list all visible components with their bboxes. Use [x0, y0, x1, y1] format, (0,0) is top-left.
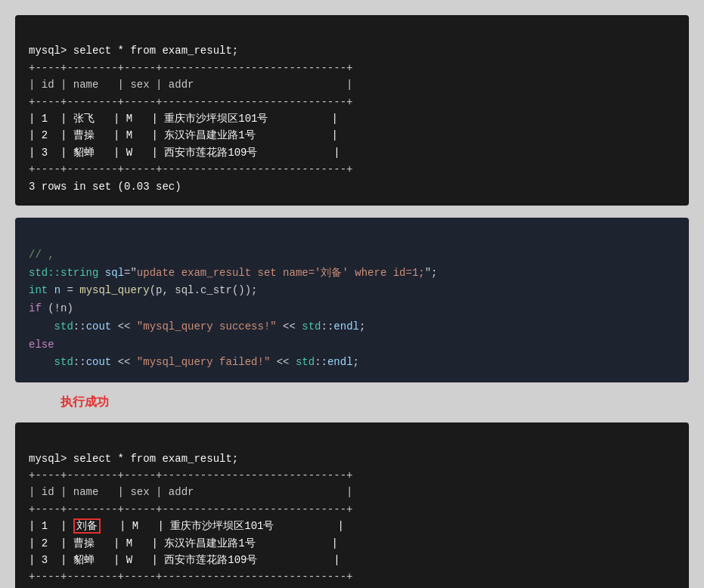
code-block: // , std::string sql="update exam_result… — [15, 218, 689, 382]
code-line1: std::string sql="update exam_result set … — [29, 267, 438, 279]
code-line6: std::cout << "mysql_query failed!" << st… — [29, 356, 359, 368]
terminal1-row3: | 3 | 貂蝉 | W | 西安市莲花路109号 | — [29, 147, 340, 159]
terminal1-row1: | 1 | 张飞 | M | 重庆市沙坪坝区101号 | — [29, 113, 338, 125]
terminal-block-1: mysql> select * from exam_result; +----+… — [15, 15, 689, 206]
terminal1-rowcount: 3 rows in set (0.03 sec) — [29, 181, 181, 193]
terminal1-prompt: mysql> select * from exam_result; — [29, 45, 238, 57]
terminal1-sep1: +----+--------+-----+-------------------… — [29, 62, 352, 74]
code-line5: else — [29, 339, 54, 351]
terminal2-row2: | 2 | 曹操 | M | 东汉许昌建业路1号 | — [29, 537, 338, 549]
terminal2-header: | id | name | sex | addr | — [29, 486, 352, 498]
code-line3: if (!n) — [29, 302, 73, 314]
terminal1-sep3: +----+--------+-----+-------------------… — [29, 163, 352, 175]
code-comment: // , — [29, 249, 54, 261]
terminal2-sep2: +----+--------+-----+-------------------… — [29, 503, 352, 515]
terminal2-row1: | 1 | 刘备 | M | 重庆市沙坪坝区101号 | — [29, 518, 344, 534]
terminal2-row3: | 3 | 貂蝉 | W | 西安市莲花路109号 | — [29, 554, 340, 566]
code-line4: std::cout << "mysql_query success!" << s… — [29, 320, 365, 333]
terminal2-sep1: +----+--------+-----+-------------------… — [29, 469, 352, 481]
terminal1-row2: | 2 | 曹操 | M | 东汉许昌建业路1号 | — [29, 129, 338, 141]
terminal2-sep3: +----+--------+-----+-------------------… — [29, 571, 352, 583]
code-line2: int n = mysql_query(p, sql.c_str()); — [29, 284, 258, 296]
highlighted-name: 刘备 — [73, 518, 101, 534]
terminal-block-2: mysql> select * from exam_result; +----+… — [15, 422, 689, 588]
terminal1-header: | id | name | sex | addr | — [29, 79, 352, 91]
terminal2-prompt: mysql> select * from exam_result; — [29, 453, 238, 465]
terminal1-sep2: +----+--------+-----+-------------------… — [29, 96, 352, 108]
success-label: 执行成功 — [15, 395, 689, 410]
